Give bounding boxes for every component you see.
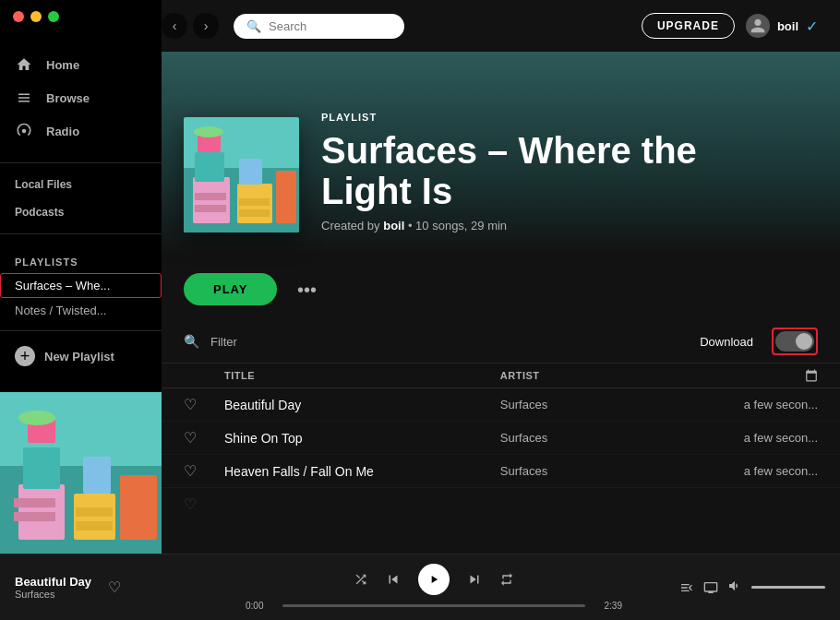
local-files-label: Local Files	[15, 178, 72, 191]
svg-rect-9	[83, 457, 111, 494]
new-playlist-button[interactable]: + New Playlist	[0, 339, 162, 374]
playlist-cover-art	[184, 117, 299, 232]
navigation-arrows: ‹ ›	[162, 13, 219, 39]
search-bar[interactable]: 🔍	[234, 14, 404, 39]
svg-point-8	[18, 411, 55, 425]
now-playing-text: Beautiful Day Surfaces	[15, 575, 91, 600]
svg-rect-25	[239, 198, 270, 206]
user-area[interactable]: boil ✓	[746, 14, 818, 38]
svg-rect-19	[195, 152, 224, 182]
search-icon: 🔍	[246, 19, 261, 33]
col-title: TITLE	[221, 370, 500, 381]
sidebar-playlist-surfaces[interactable]: Surfaces – Whe...	[0, 273, 162, 298]
forward-button[interactable]: ›	[193, 13, 219, 39]
minimize-button[interactable]	[30, 11, 42, 22]
table-row[interactable]: ♡ Heaven Falls / Fall On Me Surfaces a f…	[162, 455, 840, 488]
upgrade-button[interactable]: UPGRADE	[642, 13, 735, 39]
sidebar-item-browse[interactable]: Browse	[0, 81, 162, 114]
col-date	[707, 369, 818, 382]
table-row[interactable]: ♡	[162, 488, 840, 521]
new-playlist-icon: +	[15, 346, 35, 366]
user-badge-icon: ✓	[806, 18, 818, 35]
download-toggle[interactable]	[775, 331, 814, 352]
close-button[interactable]	[13, 11, 24, 22]
main-content[interactable]: PLAYLIST Surfaces – Where theLight Is Cr…	[162, 52, 840, 554]
next-button[interactable]	[466, 571, 483, 588]
playlist-creator: boil	[383, 219, 404, 232]
sidebar: Home Browse Radio	[0, 0, 162, 554]
track-list-header: TITLE ARTIST	[162, 364, 840, 388]
sidebar-item-podcasts[interactable]: Podcasts	[0, 198, 162, 226]
table-row[interactable]: ♡ Beautiful Day Surfaces a few secon...	[162, 388, 840, 422]
track-date-2: a few secon...	[707, 431, 818, 445]
back-button[interactable]: ‹	[162, 13, 187, 39]
sidebar-playlist-notes[interactable]: Notes / Twisted...	[0, 298, 162, 323]
like-button-2[interactable]: ♡	[184, 429, 221, 447]
progress-row: 0:00 2:39	[246, 601, 622, 611]
player-controls	[354, 564, 514, 595]
track-title-2: Shine On Top	[221, 431, 500, 446]
sidebar-nav: Home Browse Radio	[0, 33, 162, 155]
playlist-controls: PLAY •••	[162, 255, 840, 320]
svg-rect-18	[276, 171, 296, 223]
like-button-1[interactable]: ♡	[184, 396, 221, 413]
sidebar-divider-3	[0, 330, 162, 331]
playlist-info: PLAYLIST Surfaces – Where theLight Is Cr…	[321, 112, 697, 232]
sidebar-album-art	[0, 392, 162, 554]
filter-input[interactable]	[210, 335, 689, 349]
more-options-button[interactable]: •••	[292, 275, 321, 304]
player-bar: Beautiful Day Surfaces ♡ 0:00	[0, 554, 840, 620]
sidebar-divider-1	[0, 162, 162, 163]
play-pause-button[interactable]	[418, 564, 450, 595]
playlist-type-label: PLAYLIST	[321, 112, 697, 123]
queue-button[interactable]	[679, 580, 694, 595]
track-title-3: Heaven Falls / Fall On Me	[221, 464, 500, 479]
now-playing-info: Beautiful Day Surfaces ♡	[15, 575, 246, 600]
svg-rect-5	[120, 475, 157, 540]
repeat-button[interactable]	[499, 572, 514, 587]
search-input[interactable]	[269, 19, 391, 33]
track-artist-1: Surfaces	[500, 398, 707, 411]
svg-point-21	[194, 126, 223, 137]
svg-point-0	[22, 129, 27, 134]
like-button-3[interactable]: ♡	[184, 462, 221, 480]
table-row[interactable]: ♡ Shine On Top Surfaces a few secon...	[162, 422, 840, 455]
svg-rect-22	[239, 159, 262, 185]
playlist-header: PLAYLIST Surfaces – Where theLight Is Cr…	[162, 52, 840, 255]
sidebar-item-radio[interactable]: Radio	[0, 114, 162, 148]
user-avatar-icon	[746, 14, 770, 38]
track-date-3: a few secon...	[707, 464, 818, 478]
volume-icon[interactable]	[727, 578, 742, 596]
download-toggle-knob	[796, 333, 812, 350]
track-date-1: a few secon...	[707, 398, 818, 411]
previous-button[interactable]	[385, 571, 402, 588]
sidebar-item-home[interactable]: Home	[0, 48, 162, 81]
volume-bar-fill	[751, 586, 825, 589]
now-playing-artist: Surfaces	[15, 589, 91, 600]
filter-download-row: 🔍 Download	[162, 320, 840, 364]
now-playing-title: Beautiful Day	[15, 575, 91, 589]
traffic-lights	[0, 0, 162, 33]
browse-icon	[15, 89, 33, 107]
devices-button[interactable]	[703, 580, 718, 595]
progress-bar[interactable]	[282, 604, 585, 607]
like-button-4[interactable]: ♡	[184, 495, 221, 513]
svg-rect-12	[76, 507, 113, 517]
play-button[interactable]: PLAY	[184, 273, 277, 305]
maximize-button[interactable]	[48, 11, 59, 22]
col-artist: ARTIST	[500, 370, 707, 381]
home-icon	[15, 55, 33, 74]
sidebar-item-local-files[interactable]: Local Files	[0, 171, 162, 198]
filter-search-icon: 🔍	[184, 334, 199, 349]
podcasts-label: Podcasts	[15, 206, 64, 219]
shuffle-button[interactable]	[354, 572, 368, 587]
player-center: 0:00 2:39	[246, 564, 622, 611]
now-playing-like-button[interactable]: ♡	[108, 578, 121, 596]
svg-rect-6	[23, 447, 60, 489]
download-label: Download	[700, 335, 753, 349]
volume-slider[interactable]	[751, 586, 825, 589]
current-time: 0:00	[246, 601, 275, 611]
sidebar-radio-label: Radio	[46, 125, 79, 138]
sidebar-divider-2	[0, 233, 162, 234]
sidebar-browse-label: Browse	[46, 91, 90, 105]
